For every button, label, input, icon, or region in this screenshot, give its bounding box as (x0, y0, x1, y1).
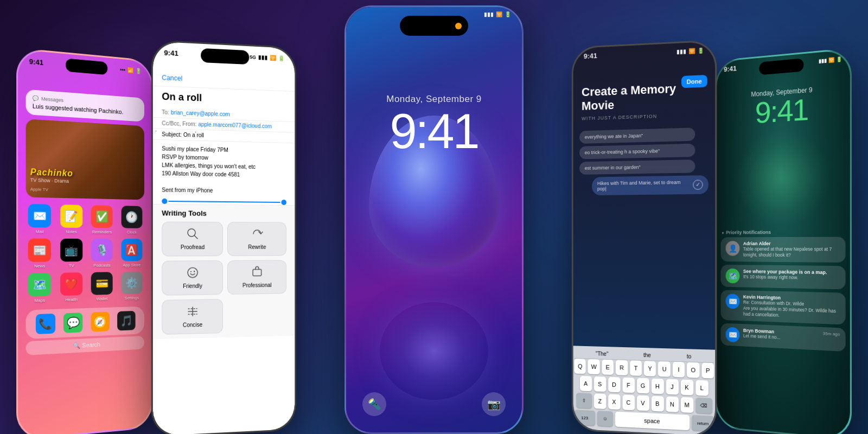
app-wallet[interactable]: 💳 Wallet (89, 272, 115, 302)
svg-point-3 (190, 271, 192, 272)
key-s[interactable]: S (594, 376, 606, 392)
pachinko-genre: TV Show · Drama (30, 177, 73, 184)
camera-button[interactable]: 📷 (482, 392, 506, 416)
predictive-word-3[interactable]: to (687, 353, 691, 359)
key-d[interactable]: D (608, 377, 620, 393)
key-m[interactable]: M (680, 397, 693, 413)
news-label: News (34, 264, 45, 269)
search-bar[interactable]: 🔍 Search (26, 336, 144, 355)
notes-icon: 📝 (60, 205, 82, 228)
app-reminders[interactable]: ✅ Reminders (89, 205, 115, 234)
app-health[interactable]: ❤️ Health (58, 272, 85, 302)
phone-5-dynamic-island (759, 58, 803, 75)
chat-confirm-button[interactable]: ✓ (693, 180, 703, 190)
rewrite-tool[interactable]: Rewrite (227, 222, 286, 256)
key-i[interactable]: I (673, 362, 685, 378)
key-b[interactable]: B (651, 396, 663, 412)
key-a[interactable]: A (580, 376, 592, 391)
notif-item-3[interactable]: ✉️ Kevin Harrington Re: Consultation wit… (720, 290, 845, 324)
flashlight-button[interactable]: 🔦 (362, 392, 386, 416)
key-u[interactable]: U (658, 361, 670, 377)
key-t[interactable]: T (630, 360, 642, 376)
done-button[interactable]: Done (681, 75, 707, 88)
key-o[interactable]: O (687, 362, 699, 378)
proofread-tool[interactable]: Proofread (162, 221, 223, 256)
notif-3-content: Kevin Harrington Re: Consultation with D… (743, 294, 840, 321)
app-tv[interactable]: 📺 TV (58, 239, 85, 269)
key-c[interactable]: C (622, 394, 635, 410)
proofread-icon (187, 228, 199, 242)
lock-date: Monday, September 9 (386, 94, 482, 105)
key-j[interactable]: J (666, 379, 678, 395)
phone-4-status-icons: ▮▮▮ 🛜 🔋 (676, 48, 704, 55)
tv-icon: 📺 (60, 239, 82, 262)
priority-label: Priority Notifications (726, 229, 771, 235)
signal-icon: ▮▮▮ (258, 54, 267, 61)
key-w[interactable]: W (588, 359, 600, 374)
app-mail[interactable]: ✉️ Mail (26, 204, 54, 234)
key-y[interactable]: Y (644, 361, 656, 376)
key-return[interactable]: return (692, 415, 714, 431)
rewrite-icon (251, 228, 263, 242)
key-n[interactable]: N (666, 397, 678, 412)
maps-label: Maps (34, 298, 45, 303)
app-clock[interactable]: 🕐 Clock (119, 206, 144, 234)
app-appstore[interactable]: 🅰️ App Store (119, 239, 144, 267)
concise-tool[interactable]: Concise (162, 299, 223, 335)
wifi-icon: 🛜 (270, 55, 276, 61)
dock-music-icon[interactable]: 🎵 (117, 311, 135, 331)
app-maps[interactable]: 🗺️ Maps (26, 273, 54, 303)
key-k[interactable]: K (680, 380, 693, 395)
key-r[interactable]: R (616, 360, 628, 375)
svg-rect-5 (253, 269, 261, 276)
key-space[interactable]: space (615, 412, 690, 431)
notif-item-1[interactable]: 👤 Adrian Alder Table opened at that new … (720, 237, 845, 263)
key-x[interactable]: X (608, 394, 620, 410)
phone-3-screen: ▮▮▮ 🛜 🔋 Monday, September 9 9:41 🔦 📷 (346, 7, 522, 432)
notif-2-avatar: 🗺️ (726, 269, 740, 284)
key-e[interactable]: E (602, 360, 614, 375)
key-f[interactable]: F (622, 378, 635, 393)
notif-2-content: See where your package is on a map. It's… (743, 269, 840, 282)
key-q[interactable]: Q (575, 359, 586, 374)
key-p[interactable]: P (701, 362, 714, 378)
predictive-word-2[interactable]: the (643, 352, 651, 358)
dock-phone-icon[interactable]: 📞 (36, 314, 55, 334)
dock-safari-icon[interactable]: 🧭 (91, 312, 109, 332)
notification-source: Messages (41, 96, 63, 103)
key-shift[interactable]: ⇧ (576, 393, 592, 409)
notif-item-2[interactable]: 🗺️ See where your package is on a map. I… (720, 265, 845, 290)
key-emoji[interactable]: ☺ (597, 411, 613, 426)
notification-card: 💬 Messages Luis suggested watching Pachi… (26, 90, 144, 122)
dock-messages-icon[interactable]: 💬 (63, 312, 82, 333)
key-numbers[interactable]: 123 (575, 410, 595, 425)
app-podcasts[interactable]: 🎙️ Podcasts (89, 239, 115, 268)
app-news[interactable]: 📰 News (26, 239, 54, 269)
proofread-label: Proofread (181, 244, 205, 250)
key-h[interactable]: H (651, 379, 663, 394)
phone-3-dynamic-island (400, 16, 468, 36)
email-body[interactable]: Sushi my place Friday 7PM RSVP by tomorr… (153, 140, 295, 200)
key-z[interactable]: Z (594, 393, 606, 409)
chat-prompt-3: est summer in our garden" (579, 159, 695, 175)
chat-prompt-text-3: est summer in our garden" (585, 164, 641, 171)
notif-item-4[interactable]: ✉️ Bryn Bowman Let me send it no... 35m … (720, 323, 845, 352)
podcasts-label: Podcasts (93, 263, 110, 268)
chat-prompt-2: eo trick-or-treating h a spooky vibe" (579, 143, 695, 159)
professional-tool[interactable]: Professional (227, 260, 286, 295)
key-v[interactable]: V (637, 395, 649, 411)
email-to-address[interactable]: brian_carey@apple.com (171, 110, 230, 118)
friendly-tool[interactable]: Friendly (162, 260, 223, 296)
key-g[interactable]: G (637, 378, 649, 394)
key-l[interactable]: L (695, 380, 708, 395)
app-settings[interactable]: ⚙️ Settings (119, 272, 144, 301)
app-notes[interactable]: 📝 Notes (58, 205, 85, 234)
key-delete[interactable]: ⌫ (695, 398, 712, 414)
email-from-address[interactable]: apple.marcom077@icloud.com (198, 121, 272, 129)
cancel-button[interactable]: Cancel (162, 74, 182, 82)
pachinko-card: Pachinko TV Show · Drama Apple TV (26, 119, 144, 200)
predictive-word-1[interactable]: "The" (596, 350, 609, 357)
signal-icon: ▪▪▪ (120, 66, 125, 73)
signal-icon: ▮▮▮ (819, 58, 827, 64)
svg-point-4 (194, 271, 195, 272)
